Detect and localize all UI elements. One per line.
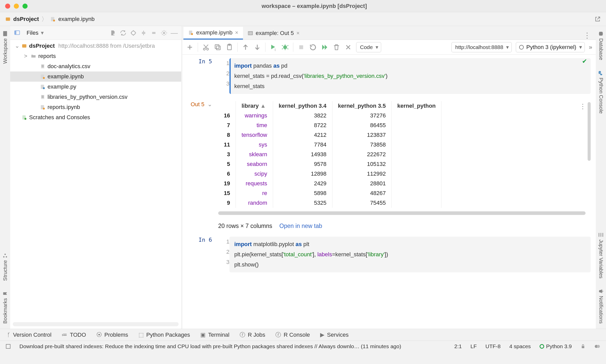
breadcrumb-project[interactable]: dsProject [13, 16, 39, 22]
stop-icon[interactable] [297, 43, 305, 51]
column-header[interactable]: kernel_python 3.4 [273, 101, 332, 111]
minimize-icon[interactable] [14, 4, 19, 9]
tree-item[interactable]: libraries_by_python_version.csv [10, 92, 181, 102]
new-file-icon[interactable] [110, 30, 116, 36]
add-cell-icon[interactable] [186, 43, 194, 51]
table-row[interactable]: 9random532575455 [218, 198, 441, 208]
restart-icon[interactable] [309, 43, 317, 51]
rail-structure[interactable]: Structure [2, 253, 8, 281]
indent[interactable]: 4 spaces [509, 343, 531, 349]
collapse-all-icon[interactable] [150, 30, 157, 36]
tree-item[interactable]: example.ipynb [10, 71, 181, 82]
tree-item[interactable]: example.py [10, 82, 181, 92]
gear-icon[interactable] [161, 30, 167, 36]
table-row[interactable]: 16warnings382237276 [218, 111, 441, 120]
table-row[interactable]: 19requests242928801 [218, 179, 441, 188]
table-row[interactable]: 11sys778473858 [218, 140, 441, 150]
project-tree[interactable]: ⌄ dsProject http://localhost:8888 from /… [10, 40, 181, 320]
tree-root[interactable]: ⌄ dsProject http://localhost:8888 from /… [10, 41, 181, 51]
row-index: 19 [218, 179, 236, 188]
rail-python-console[interactable]: Python Console [598, 70, 604, 114]
table-row[interactable]: 5seaborn9578105132 [218, 159, 441, 169]
rail-bookmarks[interactable]: Bookmarks [2, 291, 8, 324]
column-header[interactable] [218, 101, 236, 111]
status-message[interactable]: Download pre-built shared indexes: Reduc… [19, 343, 446, 349]
tree-item[interactable]: reports.ipynb [10, 102, 181, 112]
table-row[interactable]: 15re589848267 [218, 188, 441, 198]
vertical-scrollbar[interactable] [588, 102, 591, 161]
tab-actions-icon[interactable]: ⋮ [578, 31, 596, 40]
run-icon[interactable]: I [270, 43, 277, 51]
cell-type-selector[interactable]: Code [356, 42, 381, 52]
close-tab-icon[interactable]: × [296, 30, 300, 37]
ide-features-icon[interactable] [594, 343, 600, 349]
column-header[interactable]: kernel_python [391, 101, 441, 111]
toolwindow-tab[interactable]: ᚶVersion Control [7, 331, 51, 339]
code-editor[interactable]: ✔ import pandas as pdkernel_stats = pd.r… [229, 58, 591, 94]
toolwindow-tab[interactable]: ⦿Problems [96, 331, 128, 339]
toolwindow-tab[interactable]: ⓡR Jobs [240, 331, 265, 339]
encoding[interactable]: UTF-8 [485, 343, 501, 349]
zoom-icon[interactable] [22, 4, 28, 9]
cut-icon[interactable] [202, 43, 210, 51]
output-table[interactable]: library▲kernel_python 3.4kernel_python 3… [218, 101, 441, 208]
run-all-icon[interactable] [321, 43, 329, 51]
csv-icon [40, 64, 45, 69]
status-square-icon[interactable] [6, 344, 11, 349]
column-header[interactable]: kernel_python 3.5 [332, 101, 391, 111]
delete-icon[interactable] [333, 43, 340, 51]
toolwindow-tab[interactable]: ⬚Python Packages [138, 331, 190, 339]
move-down-icon[interactable] [253, 43, 261, 51]
close-tab-icon[interactable]: × [235, 29, 238, 36]
table-row[interactable]: 3sklearn14938222672 [218, 150, 441, 159]
target-icon[interactable] [130, 30, 137, 36]
project-view-selector[interactable]: Files▾ [24, 29, 46, 37]
refresh-icon[interactable] [120, 30, 126, 36]
rail-notifications[interactable]: Notifications [598, 289, 604, 324]
table-row[interactable]: 6scipy12898112992 [218, 169, 441, 179]
interpreter-widget[interactable]: Python 3.9 [540, 343, 572, 349]
chevron-right-icon[interactable]: > [24, 53, 29, 59]
expand-all-icon[interactable] [140, 30, 147, 36]
rail-database[interactable]: Database [598, 31, 604, 60]
caret-position[interactable]: 2:1 [454, 343, 462, 349]
hide-icon[interactable]: — [171, 30, 178, 36]
breadcrumb-file[interactable]: example.ipynb [58, 16, 95, 22]
toolwindow-tab[interactable]: ≔TODO [62, 331, 86, 339]
line-ending[interactable]: LF [471, 343, 477, 349]
copy-icon[interactable] [214, 43, 222, 51]
table-options-icon[interactable]: ⋮ [579, 103, 586, 111]
table-row[interactable]: 7time872286455 [218, 120, 441, 130]
editor-tab[interactable]: example: Out 5× [243, 27, 304, 40]
close-icon[interactable] [5, 4, 10, 9]
rail-jupyter-vars[interactable]: Jupyter Variables [598, 232, 604, 278]
clear-output-icon[interactable] [344, 43, 352, 51]
overflow-icon[interactable]: » [589, 44, 592, 51]
prompt-out-5[interactable]: Out 5⌄ [182, 101, 218, 229]
lock-icon[interactable] [580, 344, 586, 349]
toolwindow-tab[interactable]: ▣Terminal [200, 331, 229, 339]
column-header[interactable]: library▲ [236, 101, 273, 111]
open-external-icon[interactable] [594, 16, 601, 22]
horizontal-scrollbar[interactable] [13, 322, 179, 326]
server-selector[interactable]: http://localhost:8888 [451, 42, 512, 52]
code-editor[interactable]: import matplotlib.pyplot as pltplt.pie(k… [229, 237, 591, 272]
toolwindow-tab[interactable]: ▶Services [320, 331, 348, 339]
kernel-selector[interactable]: Python 3 (ipykernel) [516, 42, 585, 52]
tree-item[interactable]: doc-analytics.csv [10, 61, 181, 71]
table-row[interactable]: 8tensorflow4212123837 [218, 130, 441, 140]
tree-item[interactable]: Scratches and Consoles [10, 112, 181, 123]
notebook-body[interactable]: In 5 123 ✔ import pandas as pdkernel_sta… [182, 55, 596, 329]
debug-icon[interactable] [281, 43, 289, 51]
editor-tab[interactable]: example.ipynb× [183, 27, 243, 40]
tree-item[interactable]: >reports [10, 51, 181, 61]
cell-in-5[interactable]: In 5 123 ✔ import pandas as pdkernel_sta… [182, 55, 596, 98]
move-up-icon[interactable] [242, 43, 249, 51]
open-in-new-tab-link[interactable]: Open in new tab [279, 223, 322, 229]
rail-workspace[interactable]: Workspace [2, 31, 8, 64]
chevron-down-icon[interactable]: ⌄ [15, 43, 19, 49]
toolwindow-tab[interactable]: ⓡR Console [275, 331, 310, 339]
paste-icon[interactable] [226, 43, 233, 51]
cell-in-6[interactable]: In 6 123 import matplotlib.pyplot as plt… [182, 233, 596, 276]
horizontal-scrollbar[interactable] [218, 211, 586, 215]
